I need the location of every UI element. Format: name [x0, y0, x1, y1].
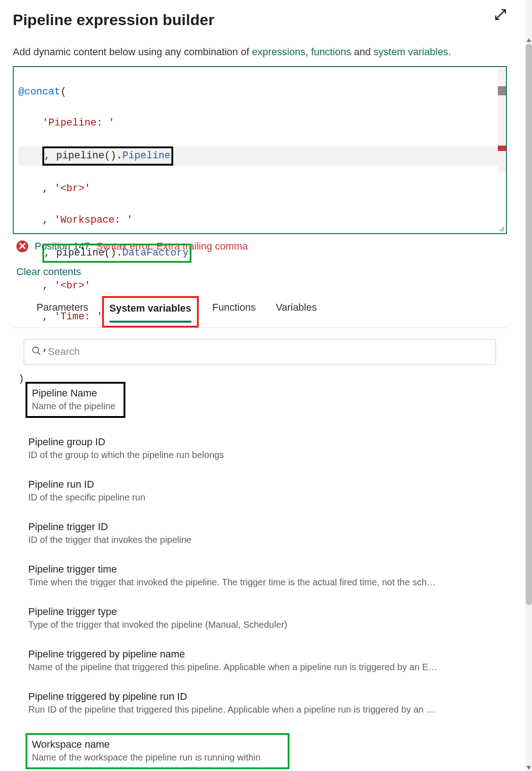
- scroll-error-marker: [498, 146, 506, 151]
- variable-title: Pipeline trigger time: [28, 563, 491, 575]
- variable-desc: ID of the group to which the pipeline ru…: [28, 450, 491, 460]
- subtitle-prefix: Add dynamic content below using any comb…: [13, 46, 252, 57]
- list-item[interactable]: Pipeline trigger time Time when the trig…: [25, 559, 495, 594]
- list-item[interactable]: Pipeline triggered by pipeline run ID Ru…: [25, 686, 495, 721]
- variable-title: Pipeline triggered by pipeline run ID: [28, 691, 491, 703]
- resize-handle-icon[interactable]: [499, 226, 505, 232]
- panel-scrollbar[interactable]: [526, 0, 532, 771]
- variable-title: Pipeline run ID: [28, 479, 491, 490]
- page-title: Pipeline expression builder: [13, 11, 214, 29]
- variable-desc: Run ID of the pipeline that triggered th…: [28, 704, 491, 715]
- link-system-variables[interactable]: system variables: [373, 46, 448, 57]
- list-item[interactable]: Pipeline trigger type Type of the trigge…: [25, 601, 495, 636]
- editor-scrollbar[interactable]: [498, 68, 506, 173]
- variable-desc: Time when the trigger that invoked the p…: [28, 577, 491, 588]
- list-item[interactable]: Pipeline trigger ID ID of the trigger th…: [25, 516, 495, 552]
- list-item[interactable]: Pipeline group ID ID of the group to whi…: [25, 432, 495, 467]
- variable-title: Pipeline triggered by pipeline name: [28, 648, 491, 660]
- system-variable-list: Pipeline Name Name of the pipeline Pipel…: [13, 377, 507, 771]
- variable-desc: Type of the trigger that invoked the pip…: [28, 620, 491, 630]
- expression-editor[interactable]: @concat( 'Pipeline: ' , pipeline().Pipel…: [13, 66, 507, 234]
- list-item[interactable]: Workspace name Name of the workspace the…: [25, 729, 495, 771]
- variable-desc: ID of the trigger that invokes the pipel…: [28, 535, 491, 545]
- variable-desc: ID of the specific pipeline run: [28, 492, 491, 503]
- variable-title: Workspace name: [32, 739, 260, 750]
- link-expressions[interactable]: expressions: [252, 46, 305, 57]
- scroll-down-icon[interactable]: [527, 766, 531, 770]
- variable-title: Pipeline trigger type: [28, 606, 491, 618]
- expand-icon[interactable]: [494, 8, 507, 23]
- scroll-up-icon[interactable]: [527, 38, 531, 42]
- variable-desc: Name of the pipeline that triggered this…: [28, 662, 491, 672]
- variable-title: Pipeline trigger ID: [28, 521, 491, 533]
- variable-title: Pipeline group ID: [28, 436, 491, 448]
- list-item[interactable]: Pipeline triggered by pipeline name Name…: [25, 644, 495, 679]
- scroll-thumb[interactable]: [526, 44, 532, 605]
- subtitle: Add dynamic content below using any comb…: [13, 45, 507, 59]
- variable-desc: Name of the workspace the pipeline run i…: [32, 752, 260, 763]
- scroll-thumb[interactable]: [498, 86, 506, 95]
- list-item[interactable]: Pipeline run ID ID of the specific pipel…: [25, 474, 495, 509]
- link-functions[interactable]: functions: [311, 46, 351, 57]
